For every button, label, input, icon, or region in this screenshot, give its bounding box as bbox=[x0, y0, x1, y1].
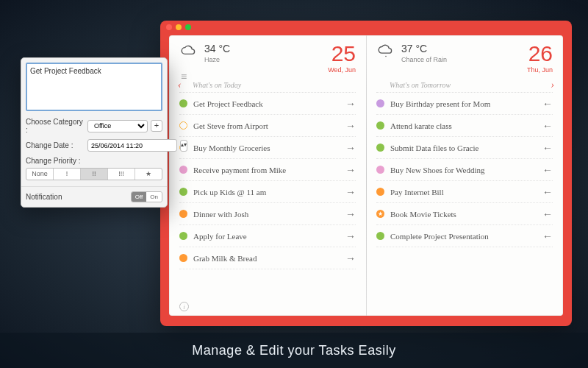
category-dot-icon bbox=[376, 121, 384, 130]
task-label: Get Steve from Airport bbox=[193, 121, 268, 130]
task-row[interactable]: Attend karate class← bbox=[376, 115, 553, 137]
prev-day-button[interactable]: ‹ bbox=[178, 79, 182, 91]
priority-option[interactable]: !! bbox=[81, 169, 108, 180]
zoom-icon[interactable] bbox=[185, 24, 191, 30]
pull-arrow-icon[interactable]: ← bbox=[542, 186, 553, 198]
priority-option[interactable]: ! bbox=[54, 169, 81, 180]
condition-tomorrow: Chance of Rain bbox=[401, 56, 447, 63]
task-row[interactable]: Pick up Kids @ 11 am→ bbox=[179, 181, 356, 203]
window-controls bbox=[166, 24, 191, 30]
task-row[interactable]: ★Book Movie Tickets← bbox=[376, 203, 553, 225]
date-number-tomorrow: 26 bbox=[527, 43, 553, 65]
priority-option[interactable]: None bbox=[26, 169, 54, 180]
next-day-button[interactable]: › bbox=[551, 79, 554, 91]
planner-book: 34 °C Haze 25 Wed, Jun ≡ ‹ What's on Tod… bbox=[169, 35, 563, 316]
toggle-off[interactable]: Off bbox=[132, 192, 147, 202]
task-row[interactable]: Complete Project Presentation← bbox=[376, 225, 553, 247]
task-row[interactable]: Get Steve from Airport→ bbox=[179, 115, 356, 137]
priority-option[interactable]: ★ bbox=[135, 169, 162, 180]
defer-arrow-icon[interactable]: → bbox=[345, 252, 356, 264]
defer-arrow-icon[interactable]: → bbox=[345, 186, 356, 198]
planner-window: 34 °C Haze 25 Wed, Jun ≡ ‹ What's on Tod… bbox=[160, 21, 572, 326]
task-label: Receive payment from Mike bbox=[193, 166, 286, 174]
page-today: 34 °C Haze 25 Wed, Jun ≡ ‹ What's on Tod… bbox=[169, 35, 366, 316]
category-dot-icon bbox=[376, 232, 384, 240]
task-row[interactable]: Apply for Leave→ bbox=[179, 225, 356, 247]
category-dot-icon bbox=[179, 121, 187, 130]
date-label-tomorrow: Thu, Jun bbox=[527, 66, 553, 74]
pull-arrow-icon[interactable]: ← bbox=[542, 142, 553, 154]
task-label: Complete Project Presentation bbox=[390, 232, 489, 241]
pull-arrow-icon[interactable]: ← bbox=[542, 98, 553, 110]
toggle-on[interactable]: On bbox=[146, 192, 162, 202]
notification-label: Notification bbox=[26, 193, 62, 201]
task-label: Book Movie Tickets bbox=[390, 210, 456, 219]
temp-today: 34 °C bbox=[204, 43, 230, 54]
condition-today: Haze bbox=[204, 56, 230, 63]
category-label: Choose Category : bbox=[26, 118, 85, 134]
category-select[interactable]: Office bbox=[87, 120, 148, 132]
task-row[interactable]: Buy Birthday present for Mom← bbox=[376, 93, 553, 115]
category-dot-icon bbox=[179, 99, 187, 107]
task-row[interactable]: Buy New Shoes for Wedding← bbox=[376, 159, 553, 181]
svg-point-0 bbox=[385, 56, 387, 57]
task-label: Submit Data files to Gracie bbox=[390, 144, 478, 152]
task-row[interactable]: Get Project Feedback→ bbox=[179, 93, 356, 115]
add-category-button[interactable]: + bbox=[151, 120, 162, 132]
category-dot-icon bbox=[376, 99, 384, 107]
defer-arrow-icon[interactable]: → bbox=[345, 98, 356, 110]
priority-option[interactable]: !!! bbox=[108, 169, 135, 180]
cloud-icon bbox=[179, 44, 200, 60]
date-label: Change Date : bbox=[26, 141, 85, 149]
defer-arrow-icon[interactable]: → bbox=[345, 142, 356, 154]
task-title-input[interactable]: Get Project Feedback bbox=[26, 63, 162, 111]
task-label: Attend karate class bbox=[390, 121, 452, 130]
page-tomorrow: 37 °C Chance of Rain 26 Thu, Jun What's … bbox=[366, 35, 563, 316]
minimize-icon[interactable] bbox=[176, 24, 182, 30]
caption-bar: Manage & Edit your Tasks Easily bbox=[0, 333, 588, 368]
priority-label: Change Priority : bbox=[26, 157, 80, 165]
header-text-today: What's on Today bbox=[193, 81, 241, 89]
pull-arrow-icon[interactable]: ← bbox=[542, 120, 553, 132]
task-label: Buy New Shoes for Wedding bbox=[390, 166, 484, 174]
defer-arrow-icon[interactable]: → bbox=[345, 230, 356, 242]
category-dot-icon bbox=[179, 232, 187, 240]
category-dot-icon bbox=[179, 166, 187, 174]
category-dot-icon: ★ bbox=[376, 210, 384, 218]
task-row[interactable]: Buy Monthly Groceries→ bbox=[179, 137, 356, 159]
pull-arrow-icon[interactable]: ← bbox=[542, 208, 553, 220]
task-row[interactable]: Pay Internet Bill← bbox=[376, 181, 553, 203]
task-label: Buy Monthly Groceries bbox=[193, 144, 270, 152]
pull-arrow-icon[interactable]: ← bbox=[542, 164, 553, 176]
category-dot-icon bbox=[376, 188, 384, 196]
task-label: Dinner with Josh bbox=[193, 210, 248, 219]
task-label: Pay Internet Bill bbox=[390, 188, 444, 197]
task-row[interactable]: Dinner with Josh→ bbox=[179, 203, 356, 225]
task-label: Apply for Leave bbox=[193, 232, 247, 241]
priority-segmented[interactable]: None!!!!!!★ bbox=[26, 168, 162, 180]
task-row[interactable]: Receive payment from Mike→ bbox=[179, 159, 356, 181]
temp-tomorrow: 37 °C bbox=[401, 43, 447, 54]
category-dot-icon bbox=[376, 166, 384, 174]
task-row[interactable]: Submit Data files to Gracie← bbox=[376, 137, 553, 159]
date-input[interactable] bbox=[87, 139, 177, 152]
task-list-today: Get Project Feedback→Get Steve from Airp… bbox=[179, 93, 356, 310]
close-icon[interactable] bbox=[166, 24, 172, 30]
date-stepper[interactable]: ▴▾ bbox=[180, 140, 187, 152]
edit-task-panel: Get Project Feedback Choose Category : O… bbox=[21, 57, 168, 208]
section-header-today: ‹ What's on Today bbox=[179, 78, 356, 93]
task-label: Buy Birthday present for Mom bbox=[390, 99, 490, 108]
pull-arrow-icon[interactable]: ← bbox=[542, 230, 553, 242]
defer-arrow-icon[interactable]: → bbox=[345, 164, 356, 176]
info-icon[interactable]: i bbox=[179, 302, 189, 311]
task-label: Pick up Kids @ 11 am bbox=[193, 188, 266, 197]
defer-arrow-icon[interactable]: → bbox=[345, 208, 356, 220]
divider bbox=[21, 186, 167, 187]
task-label: Grab Milk & Bread bbox=[193, 254, 257, 263]
task-list-tomorrow: Buy Birthday present for Mom←Attend kara… bbox=[376, 93, 553, 310]
task-row[interactable]: Grab Milk & Bread→ bbox=[179, 247, 356, 269]
defer-arrow-icon[interactable]: → bbox=[345, 120, 356, 132]
header-text-tomorrow: What's on Tomorrow bbox=[390, 81, 451, 89]
notification-toggle[interactable]: Off On bbox=[131, 191, 162, 202]
caption-text: Manage & Edit your Tasks Easily bbox=[192, 343, 395, 358]
